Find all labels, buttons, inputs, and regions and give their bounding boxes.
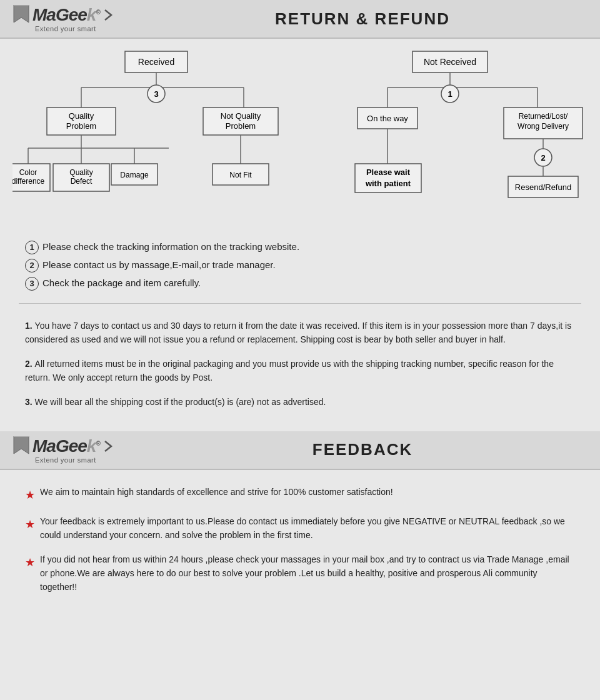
svg-text:Problem: Problem — [226, 121, 256, 131]
flowchart-svg: Received 3 Quality Problem Not Quality P… — [12, 45, 588, 226]
star-icon-2: ★ — [25, 516, 35, 534]
note-item-2: 2 Please contact us by massage,E-mail,or… — [25, 258, 575, 272]
svg-text:Not Quality: Not Quality — [221, 111, 261, 121]
logo-bookmark-icon — [12, 5, 30, 25]
logo-tagline: Extend your smart — [35, 25, 96, 32]
svg-text:Not Fit: Not Fit — [229, 171, 252, 179]
svg-text:Wrong Delivery: Wrong Delivery — [518, 122, 569, 131]
feedback-item-1: ★ We aim to maintain high standards of e… — [25, 485, 575, 504]
note-circle-2: 2 — [25, 259, 39, 272]
logo-text: MaGeek® — [32, 5, 100, 25]
feedback-logo-bookmark-icon — [12, 436, 30, 456]
svg-marker-55 — [14, 436, 29, 454]
feedback-text-1: We aim to maintain high standards of exc… — [40, 485, 393, 499]
feedback-header: MaGeek® Extend your smart FEEDBACK — [0, 431, 600, 470]
feedback-text-2: Your feedback is extremely important to … — [40, 514, 575, 542]
note-text-3: Check the package and item carefully. — [42, 276, 201, 291]
svg-text:On the way: On the way — [367, 114, 408, 123]
term-item-2: 2. All returned items must be in the ori… — [25, 357, 575, 385]
term-num-3: 3. — [25, 397, 35, 407]
terms-area: 1. You have 7 days to contact us and 30 … — [0, 308, 600, 425]
svg-marker-0 — [14, 5, 29, 22]
svg-text:Color: Color — [19, 168, 38, 177]
svg-text:Please wait: Please wait — [366, 168, 411, 177]
svg-text:Damage: Damage — [120, 171, 149, 179]
svg-text:Defect: Defect — [71, 177, 92, 186]
term-num-2: 2. — [25, 359, 35, 369]
feedback-logo-tagline: Extend your smart — [35, 456, 96, 464]
svg-text:difference: difference — [12, 177, 45, 186]
term-text-1: You have 7 days to contact us and 30 day… — [25, 321, 571, 344]
feedback-items: ★ We aim to maintain high standards of e… — [0, 479, 600, 617]
note-text-2: Please contact us by massage,E-mail,or t… — [42, 258, 276, 272]
return-header: MaGeek® Extend your smart RETURN & REFUN… — [0, 0, 600, 39]
svg-text:Quality: Quality — [69, 168, 92, 177]
feedback-item-2: ★ Your feedback is extremely important t… — [25, 514, 575, 542]
svg-text:2: 2 — [541, 153, 545, 162]
star-icon-3: ★ — [25, 554, 35, 572]
feedback-text-3: If you did not hear from us within 24 ho… — [40, 552, 575, 594]
logo-registered: ® — [96, 9, 99, 16]
divider-1 — [19, 303, 581, 304]
svg-text:Quality: Quality — [69, 111, 94, 121]
logo-wrap: MaGeek® — [12, 5, 112, 25]
feedback-item-3: ★ If you did not hear from us within 24 … — [25, 552, 575, 594]
feedback-logo-arrow-icon — [104, 440, 112, 452]
svg-text:Returned/Lost/: Returned/Lost/ — [519, 112, 568, 121]
return-title: RETURN & REFUND — [138, 9, 588, 29]
note-item-1: 1 Please check the tracking information … — [25, 240, 575, 254]
feedback-logo-registered: ® — [96, 440, 99, 447]
logo-area: MaGeek® Extend your smart — [12, 5, 138, 32]
feedback-logo-wrap: MaGeek® — [12, 436, 112, 456]
term-num-1: 1. — [25, 321, 35, 331]
svg-text:Received: Received — [138, 57, 174, 67]
svg-text:3: 3 — [154, 89, 158, 99]
feedback-logo-area: MaGeek® Extend your smart — [12, 436, 138, 464]
notes-area: 1 Please check the tracking information … — [0, 229, 600, 299]
feedback-section: MaGeek® Extend your smart FEEDBACK ★ We … — [0, 431, 600, 617]
flowchart-container: Received 3 Quality Problem Not Quality P… — [0, 45, 600, 229]
svg-text:with patient: with patient — [365, 179, 411, 188]
term-item-3: 3. We will bear all the shipping cost if… — [25, 395, 575, 409]
term-item-1: 1. You have 7 days to contact us and 30 … — [25, 319, 575, 347]
feedback-title: FEEDBACK — [138, 440, 588, 459]
feedback-logo-text: MaGeek® — [32, 436, 100, 456]
svg-text:1: 1 — [448, 89, 452, 99]
note-text-1: Please check the tracking information on… — [42, 240, 299, 254]
logo-arrow-icon — [104, 9, 112, 21]
term-text-2: All returned items must be in the origin… — [25, 359, 554, 382]
note-circle-1: 1 — [25, 241, 39, 254]
svg-text:Resend/Refund: Resend/Refund — [515, 182, 571, 192]
term-text-3: We will bear all the shipping cost if th… — [35, 397, 326, 407]
star-icon-1: ★ — [25, 486, 35, 504]
note-circle-3: 3 — [25, 277, 39, 291]
note-item-3: 3 Check the package and item carefully. — [25, 276, 575, 291]
svg-text:Problem: Problem — [66, 121, 96, 131]
svg-text:Not  Received: Not Received — [424, 57, 476, 67]
page: MaGeek® Extend your smart RETURN & REFUN… — [0, 0, 600, 617]
